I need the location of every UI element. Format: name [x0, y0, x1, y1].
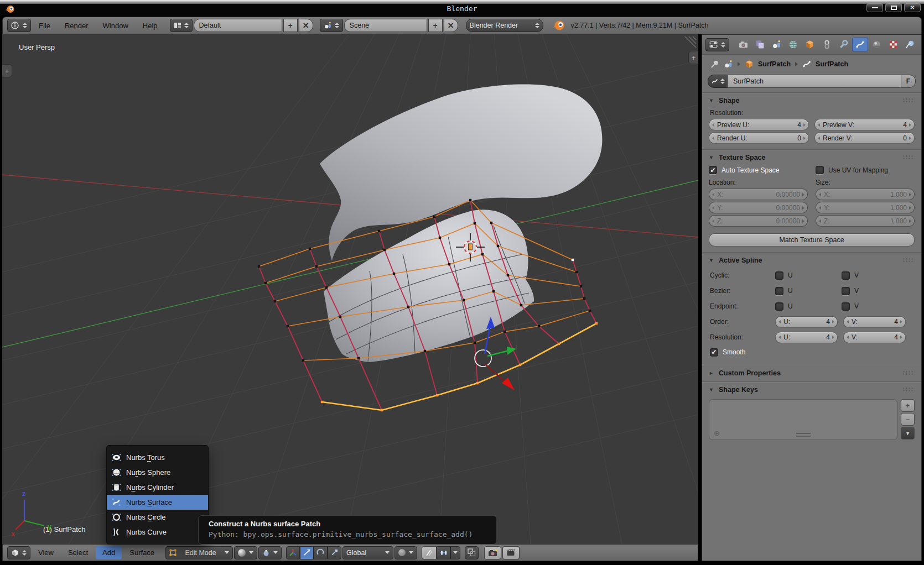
tab-modifiers[interactable] [835, 38, 851, 51]
field-size-x[interactable]: X:1.000 [816, 189, 915, 200]
menu-window[interactable]: Window [96, 17, 135, 34]
menu-item-nurbs-torus[interactable]: Nurbs Torus [107, 450, 208, 465]
increment-icon[interactable] [802, 219, 804, 223]
panel-expand-icon[interactable]: ▼ [709, 98, 714, 103]
menu-help[interactable]: Help [136, 17, 164, 34]
render-engine-selector[interactable]: Blender Render [466, 19, 543, 32]
translate-manipulator-button[interactable] [300, 546, 314, 559]
increment-icon[interactable] [909, 206, 911, 210]
fake-user-button[interactable]: F [901, 75, 916, 88]
shape-keys-panel-header[interactable]: ▼ Shape Keys [702, 382, 921, 397]
x-arrow-icon[interactable] [502, 378, 515, 390]
mode-selector[interactable]: Edit Mode [165, 546, 233, 559]
field-order-u[interactable]: U:4 [775, 316, 838, 328]
panel-drag-grip-icon[interactable] [902, 155, 915, 160]
add-layout-button[interactable]: + [283, 19, 298, 32]
object-cube-icon[interactable] [745, 60, 754, 69]
increment-icon[interactable] [909, 137, 911, 140]
tab-texture[interactable] [886, 38, 901, 51]
field-preview-v[interactable]: Preview V:4 [814, 119, 915, 130]
breadcrumb-object-name[interactable]: SurfPatch [758, 60, 791, 68]
viewport-editor-type-selector[interactable] [7, 546, 30, 559]
datablock-browse-button[interactable] [708, 75, 728, 88]
manipulator-toggle-button[interactable] [286, 546, 300, 559]
panel-collapsed-icon[interactable]: ► [709, 370, 714, 376]
scale-manipulator-button[interactable] [328, 546, 341, 559]
panel-drag-grip-icon[interactable] [902, 387, 915, 392]
snap-element-button[interactable] [437, 546, 450, 559]
increment-icon[interactable] [802, 206, 804, 210]
tab-render[interactable] [735, 38, 751, 51]
menu-item-nurbs-cylinder[interactable]: Nurbs Cylinder [107, 480, 208, 495]
menu-surface[interactable]: Surface [123, 545, 161, 561]
render-border-button[interactable] [465, 546, 479, 559]
tab-physics[interactable] [902, 38, 918, 51]
field-size-y[interactable]: Y:1.000 [816, 202, 915, 213]
tab-world[interactable] [786, 38, 801, 51]
snap-menu-button[interactable] [450, 546, 460, 559]
add-shape-key-button[interactable]: + [901, 399, 915, 412]
menu-item-nurbs-surface[interactable]: Nurbs Surface [107, 495, 208, 510]
layout-browse-button[interactable] [170, 19, 193, 32]
menu-render[interactable]: Render [58, 17, 95, 34]
cyclic-u-checkbox[interactable] [775, 271, 783, 280]
panel-drag-grip-icon[interactable] [902, 258, 915, 263]
texture-space-panel-header[interactable]: ▼ Texture Space [702, 150, 921, 165]
opengl-render-anim-button[interactable] [502, 546, 520, 559]
tab-render-layers[interactable] [752, 38, 767, 51]
active-spline-panel-header[interactable]: ▼ Active Spline [702, 253, 921, 268]
blender-splash-icon[interactable] [552, 19, 565, 32]
field-order-v[interactable]: V:4 [843, 316, 906, 328]
viewport-shading-selector[interactable] [234, 546, 257, 559]
field-resolution-v[interactable]: V:4 [843, 332, 906, 343]
field-preview-u[interactable]: Preview U:4 [709, 119, 809, 130]
toolshelf-expand-button[interactable]: + [2, 64, 12, 77]
increment-icon[interactable] [909, 123, 911, 127]
shape-keys-list[interactable]: ⊕ [709, 399, 897, 440]
menu-add[interactable]: Add [96, 546, 122, 559]
tab-constraints[interactable] [819, 38, 834, 51]
proportional-edit-selector[interactable] [394, 546, 417, 559]
layout-name-field[interactable]: Default [194, 19, 282, 32]
endpoint-v-checkbox[interactable] [842, 302, 850, 311]
snap-toggle-button[interactable] [422, 546, 437, 559]
scene-name-field[interactable]: Scene [344, 19, 427, 32]
menu-item-nurbs-circle[interactable]: Nurbs Circle [107, 510, 208, 525]
increment-icon[interactable] [803, 123, 806, 127]
curve-data-icon[interactable] [802, 60, 811, 69]
increment-icon[interactable] [832, 336, 834, 339]
rotate-manipulator-button[interactable] [314, 546, 328, 559]
transform-orientation-selector[interactable]: Global [342, 546, 393, 559]
match-texture-space-button[interactable]: Match Texture Space [709, 233, 915, 247]
pivot-point-selector[interactable] [258, 546, 282, 559]
increment-icon[interactable] [900, 336, 902, 339]
tab-object[interactable] [802, 38, 818, 51]
panel-expand-icon[interactable]: ▼ [709, 387, 714, 393]
add-scene-button[interactable]: + [428, 19, 443, 32]
corner-grip-icon[interactable] [685, 36, 696, 48]
increment-icon[interactable] [802, 193, 804, 196]
custom-properties-panel-header[interactable]: ► Custom Properties [702, 365, 921, 380]
properties-region-expand-button[interactable]: + [688, 51, 698, 64]
delete-layout-button[interactable]: ✕ [299, 19, 313, 32]
panel-drag-grip-icon[interactable] [902, 98, 915, 103]
menu-view[interactable]: View [32, 545, 60, 561]
remove-shape-key-button[interactable]: − [901, 413, 915, 426]
tab-scene[interactable] [769, 38, 784, 51]
menu-select[interactable]: Select [61, 545, 95, 561]
minimize-button[interactable] [866, 3, 883, 12]
breadcrumb-data-name[interactable]: SurfPatch [816, 60, 848, 68]
bezier-u-checkbox[interactable] [775, 287, 783, 295]
endpoint-u-checkbox[interactable] [775, 302, 783, 311]
opengl-render-button[interactable] [484, 546, 501, 559]
shape-key-specials-button[interactable]: ▼ [901, 427, 915, 440]
increment-icon[interactable] [900, 320, 902, 323]
auto-texture-space-checkbox[interactable]: ✓ [709, 166, 717, 174]
delete-scene-button[interactable]: ✕ [444, 19, 458, 32]
field-render-v[interactable]: Render V:0 [814, 132, 915, 144]
field-location-y[interactable]: Y:0.00000 [709, 202, 808, 213]
maximize-button[interactable] [885, 3, 902, 12]
increment-icon[interactable] [803, 137, 806, 140]
panel-expand-icon[interactable]: ▼ [709, 258, 714, 263]
increment-icon[interactable] [832, 320, 834, 323]
